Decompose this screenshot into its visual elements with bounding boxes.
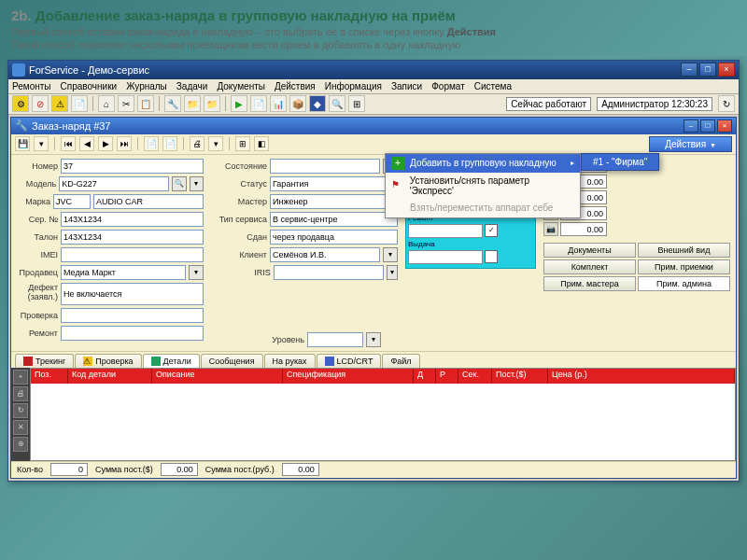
doc-icon[interactable]: 📄	[162, 136, 177, 151]
side-icon[interactable]: 🖨	[13, 386, 28, 401]
nav-prev-icon[interactable]: ◀	[79, 136, 94, 151]
docs-button[interactable]: Документы	[543, 243, 636, 258]
tool-icon[interactable]: ⊞	[235, 136, 250, 151]
seller-field[interactable]	[61, 265, 186, 280]
expand-icon[interactable]: ▾	[387, 265, 398, 280]
tab-tracking[interactable]: Трекинг	[15, 354, 74, 368]
tool-icon[interactable]: 📄	[71, 95, 88, 112]
repair-date[interactable]	[408, 224, 483, 238]
tool-icon[interactable]: 📁	[184, 95, 201, 112]
tool-icon[interactable]: 📄	[250, 95, 267, 112]
tool-icon[interactable]: ⚙	[12, 95, 29, 112]
service-field[interactable]	[270, 212, 398, 227]
status-field[interactable]	[270, 176, 398, 191]
defect-field[interactable]	[61, 283, 204, 305]
checkbox[interactable]: ✓	[485, 224, 498, 237]
menu-item[interactable]: Информация	[325, 81, 382, 91]
brand2-field[interactable]	[93, 194, 204, 209]
tool-icon[interactable]: 📦	[289, 95, 306, 112]
tool-icon[interactable]: ◧	[254, 136, 269, 151]
camera-icon[interactable]: 📷	[543, 222, 558, 236]
maximize-button[interactable]: □	[699, 63, 716, 77]
state-field[interactable]	[270, 159, 380, 174]
issue-date[interactable]	[408, 250, 483, 264]
iris-field[interactable]	[274, 265, 384, 280]
expand-icon[interactable]: ▾	[189, 265, 204, 280]
menu-item[interactable]: Действия	[275, 81, 316, 91]
tab-onhand[interactable]: На руках	[264, 354, 316, 368]
order-maximize[interactable]: □	[700, 119, 715, 133]
close-button[interactable]: ×	[718, 63, 735, 77]
tab-details[interactable]: Детали	[143, 354, 200, 368]
side-icon[interactable]: ⊕	[13, 437, 28, 452]
brand-field[interactable]	[53, 194, 91, 209]
side-icon[interactable]: +	[13, 370, 28, 385]
tab-check[interactable]: ⚠Проверка	[75, 354, 141, 368]
menu-add-to-group[interactable]: + Добавить в групповую накладную▸	[386, 154, 580, 173]
side-icon[interactable]: ↻	[13, 403, 28, 418]
tab-messages[interactable]: Сообщения	[201, 354, 263, 368]
tool-icon[interactable]: ⌂	[98, 95, 115, 112]
dropdown-icon[interactable]: ▾	[208, 136, 223, 151]
notes-recv-button[interactable]: Прим. приемки	[638, 259, 730, 274]
number-field[interactable]	[61, 159, 204, 174]
menu-item[interactable]: Справочники	[61, 81, 118, 91]
set-button[interactable]: Комплект	[543, 259, 636, 274]
lookup-icon[interactable]: 🔍	[172, 176, 186, 191]
expand-icon[interactable]: ▾	[190, 176, 204, 191]
nav-next-icon[interactable]: ▶	[98, 136, 113, 151]
submenu-firm[interactable]: #1 - "Фирма"	[581, 153, 659, 171]
tool-icon[interactable]: 📊	[270, 95, 287, 112]
tool-icon[interactable]: ✂	[118, 95, 134, 112]
menu-item[interactable]: Журналы	[126, 81, 167, 91]
tool-icon[interactable]: ◆	[309, 95, 326, 112]
tab-lcd[interactable]: LCD/CRT	[317, 354, 382, 368]
given-field[interactable]	[270, 230, 398, 245]
side-icon[interactable]: ✕	[13, 420, 28, 435]
nav-first-icon[interactable]: ⏮	[61, 136, 76, 151]
print-icon[interactable]: 🖨	[190, 136, 204, 151]
nav-last-icon[interactable]: ⏭	[117, 136, 132, 151]
notes-master-button[interactable]: Прим. мастера	[543, 276, 636, 291]
tool-icon[interactable]: ⚠	[51, 95, 68, 112]
tool-icon[interactable]: ⊞	[348, 95, 365, 112]
tool-icon[interactable]: 🔧	[164, 95, 181, 112]
level-field[interactable]	[307, 332, 363, 347]
refresh-icon[interactable]: ↻	[718, 95, 735, 112]
minimize-button[interactable]: –	[681, 63, 698, 77]
master-field[interactable]	[270, 194, 398, 209]
menu-take: Взять/переместить аппарат себе	[386, 199, 580, 217]
imei-field[interactable]	[61, 247, 204, 262]
doc-icon[interactable]: 📄	[144, 136, 159, 151]
client-field[interactable]	[270, 247, 380, 262]
tool-icon[interactable]: 📋	[137, 95, 154, 112]
expand-icon[interactable]: ▾	[366, 332, 381, 347]
notes-admin-button[interactable]: Прим. админа	[638, 276, 730, 291]
menu-item[interactable]: Задачи	[176, 81, 208, 91]
menu-item[interactable]: Система	[474, 81, 512, 91]
expand-icon[interactable]: ▾	[383, 247, 398, 262]
order-minimize[interactable]: –	[684, 119, 698, 133]
actions-button[interactable]: Действия	[649, 136, 732, 152]
menu-item[interactable]: Ремонты	[12, 81, 51, 91]
model-field[interactable]	[59, 176, 169, 191]
tool-icon[interactable]: 📁	[204, 95, 220, 112]
serial-field[interactable]	[61, 212, 204, 227]
order-close[interactable]: ×	[717, 119, 732, 133]
checkbox[interactable]	[485, 250, 498, 263]
dropdown-icon[interactable]: ▾	[34, 136, 49, 151]
menu-express[interactable]: ⚑ Установить/снять параметр 'Экспресс'	[386, 173, 580, 199]
menu-item[interactable]: Записи	[391, 81, 422, 91]
repair-field[interactable]	[61, 326, 204, 341]
talon-field[interactable]	[61, 230, 204, 245]
menu-item[interactable]: Формат	[431, 81, 465, 91]
tool-icon[interactable]: ⊘	[32, 95, 49, 112]
tab-file[interactable]: Файл	[382, 354, 419, 368]
check-field[interactable]	[61, 308, 204, 323]
tool-icon[interactable]: ▶	[231, 95, 247, 112]
menu-item[interactable]: Документы	[217, 81, 265, 91]
view-button[interactable]: Внешний вид	[638, 243, 730, 258]
save-icon[interactable]: 💾	[15, 136, 30, 151]
status-label: Сейчас работают	[506, 97, 591, 111]
tool-icon[interactable]: 🔍	[329, 95, 345, 112]
